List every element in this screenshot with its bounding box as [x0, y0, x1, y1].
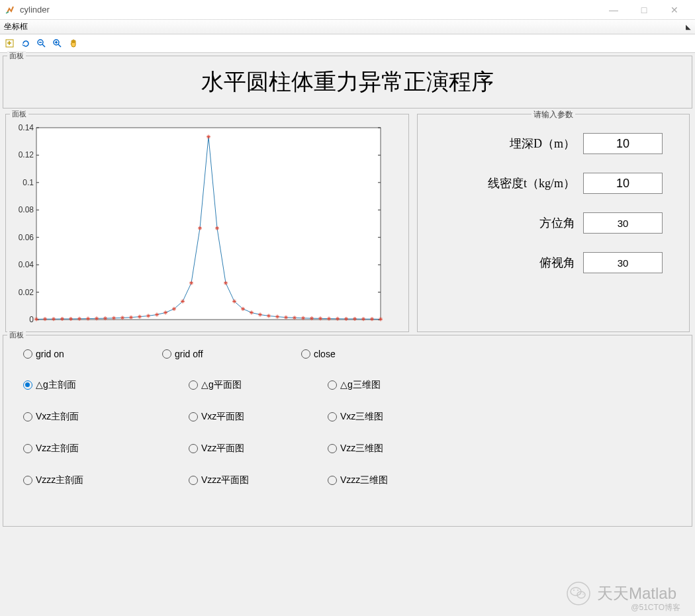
svg-text:0.12: 0.12 — [19, 150, 34, 159]
depth-input[interactable] — [583, 133, 663, 154]
density-label: 线密度t（kg/m） — [488, 175, 575, 191]
chart-panel: 面板 00.020.040.060.080.10.120.14 — [5, 114, 409, 332]
maximize-button[interactable]: □ — [629, 0, 659, 20]
zoom-in-icon[interactable] — [50, 36, 65, 51]
svg-text:0.08: 0.08 — [19, 205, 34, 214]
radio-vzz-3d[interactable]: Vzz三维图 — [328, 443, 440, 455]
new-figure-icon[interactable] — [3, 36, 17, 51]
radio-vxz-plan[interactable]: Vxz平面图 — [189, 411, 301, 423]
line-chart: 00.020.040.060.080.10.120.14 — [10, 121, 407, 333]
rotate-icon[interactable] — [19, 36, 33, 51]
panel-label: 面板 — [7, 51, 26, 61]
radio-close[interactable]: close — [301, 349, 440, 359]
svg-point-34 — [582, 594, 584, 595]
radio-grid-off[interactable]: grid off — [162, 349, 301, 359]
svg-point-31 — [573, 590, 575, 591]
svg-text:0: 0 — [29, 315, 34, 324]
radio-dg-profile[interactable]: △g主剖面 — [23, 379, 162, 391]
options-panel: 面板 grid on grid off close △g主剖面 △g平面图 △g… — [3, 335, 692, 527]
svg-point-28 — [567, 582, 590, 605]
svg-text:0.06: 0.06 — [19, 233, 34, 242]
input-panel: 请输入参数 埋深D（m） 线密度t（kg/m） 方位角 俯视角 — [417, 114, 690, 332]
menu-dropdown-icon[interactable]: ◣ — [686, 23, 691, 30]
panel-label: 面板 — [10, 109, 28, 119]
input-panel-label: 请输入参数 — [532, 109, 575, 120]
matlab-icon — [5, 5, 16, 15]
elevation-label: 俯视角 — [539, 255, 575, 271]
pan-hand-icon[interactable] — [66, 36, 81, 51]
window-title: cylinder — [20, 5, 598, 15]
title-panel: 面板 水平圆柱体重力异常正演程序 — [3, 56, 692, 109]
density-input[interactable] — [583, 173, 663, 194]
radio-vzz-profile[interactable]: Vzz主剖面 — [23, 443, 162, 455]
svg-text:0.1: 0.1 — [23, 178, 34, 187]
watermark-text: 天天Matlab — [597, 583, 676, 604]
wechat-icon — [567, 582, 590, 605]
zoom-out-icon[interactable] — [34, 36, 49, 51]
titlebar: cylinder ― □ ✕ — [0, 0, 695, 20]
depth-label: 埋深D（m） — [510, 136, 575, 152]
radio-vzz-plan[interactable]: Vzz平面图 — [189, 443, 301, 455]
menubar: 坐标框 ◣ — [0, 20, 695, 34]
radio-vzzz-plan[interactable]: Vzzz平面图 — [189, 474, 301, 486]
azimuth-label: 方位角 — [539, 215, 575, 231]
svg-text:0.04: 0.04 — [19, 260, 34, 269]
radio-grid-on[interactable]: grid on — [23, 349, 162, 359]
radio-vzzz-profile[interactable]: Vzzz主剖面 — [23, 474, 162, 486]
minimize-button[interactable]: ― — [598, 0, 629, 20]
radio-vzzz-3d[interactable]: Vzzz三维图 — [328, 474, 440, 486]
radio-vxz-3d[interactable]: Vxz三维图 — [328, 411, 440, 423]
panel-label: 面板 — [7, 330, 26, 340]
svg-text:0.02: 0.02 — [19, 288, 34, 297]
svg-point-33 — [579, 594, 580, 595]
watermark-sub: @51CTO博客 — [631, 602, 680, 613]
radio-dg-3d[interactable]: △g三维图 — [328, 379, 440, 391]
svg-rect-3 — [36, 128, 381, 320]
elevation-input[interactable] — [583, 252, 663, 273]
main-title: 水平圆柱体重力异常正演程序 — [201, 67, 494, 97]
radio-vxz-profile[interactable]: Vxz主剖面 — [23, 411, 162, 423]
close-window-button[interactable]: ✕ — [659, 0, 690, 20]
toolbar — [0, 34, 695, 53]
azimuth-input[interactable] — [583, 212, 663, 234]
menu-item-axes[interactable]: 坐标框 — [4, 21, 28, 32]
svg-text:0.14: 0.14 — [19, 123, 34, 132]
radio-dg-plan[interactable]: △g平面图 — [189, 379, 301, 391]
svg-point-32 — [577, 590, 579, 591]
